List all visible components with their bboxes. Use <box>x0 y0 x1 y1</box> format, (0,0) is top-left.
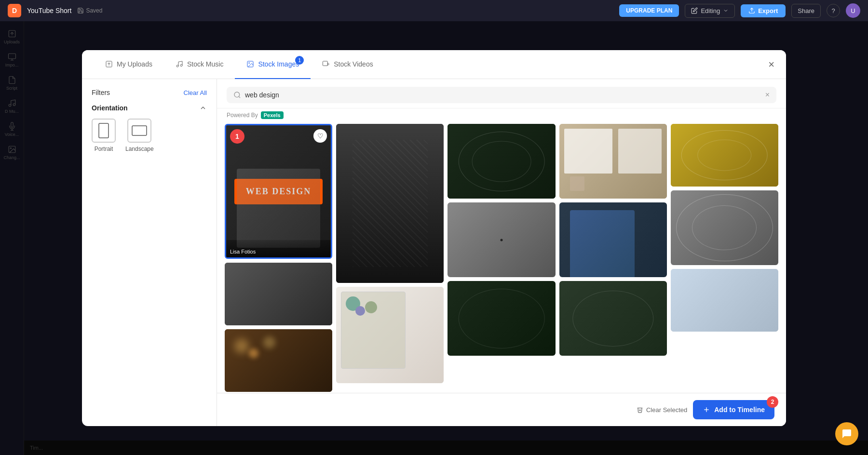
grid-item-6[interactable] <box>336 287 444 383</box>
grid-item-1-author: Lisa Fotios <box>226 239 331 257</box>
pexels-logo: Pexels <box>261 111 284 119</box>
modal-footer: Clear Selected Add to Timeline 2 <box>217 393 786 426</box>
svg-rect-21 <box>132 126 147 135</box>
export-button[interactable]: Export <box>741 4 786 17</box>
orientation-section: Orientation Portrait <box>92 104 207 152</box>
project-title: YouTube Short <box>27 7 71 14</box>
saved-status: Saved <box>77 7 102 14</box>
filters-clear-button[interactable]: Clear All <box>184 89 207 96</box>
tab-uploads[interactable]: My Uploads <box>94 50 164 79</box>
search-input-wrap: × <box>227 87 776 103</box>
modal-body: Filters Clear All Orientation Portrait <box>82 79 786 426</box>
grid-item-2[interactable] <box>336 124 444 283</box>
filters-title: Filters <box>92 89 110 96</box>
grid-col-4 <box>559 124 667 385</box>
grid-item-10[interactable] <box>448 281 555 356</box>
image-grid: WEB DESIGN 1 ♡ Lisa Fotios <box>217 124 786 393</box>
portrait-label: Portrait <box>95 146 113 152</box>
clear-selected-button[interactable]: Clear Selected <box>637 406 687 414</box>
editing-button[interactable]: Editing <box>685 4 735 18</box>
svg-line-23 <box>239 96 240 98</box>
search-bar: × <box>217 79 786 108</box>
chat-button[interactable] <box>835 422 858 445</box>
grid-item-1-like[interactable]: ♡ <box>313 129 327 143</box>
grid-item-4[interactable] <box>559 124 667 199</box>
orientation-title: Orientation <box>92 104 207 112</box>
tab-images-badge: 1 <box>295 56 304 65</box>
grid-item-5[interactable] <box>225 263 332 325</box>
landscape-label: Landscape <box>125 146 154 152</box>
share-button[interactable]: Share <box>791 4 821 18</box>
grid-item-blue[interactable] <box>671 269 778 332</box>
tab-videos[interactable]: Stock Videos <box>311 50 384 79</box>
help-button[interactable]: ? <box>827 4 840 17</box>
grid-item-gold[interactable] <box>671 124 778 187</box>
stock-images-modal: My Uploads Stock Music Stock Images 1 St… <box>82 50 786 426</box>
tab-music-label: Stock Music <box>187 60 223 68</box>
grid-col-3 <box>448 124 555 385</box>
svg-rect-18 <box>323 61 328 66</box>
top-bar: D YouTube Short Saved UPGRADE PLAN Editi… <box>0 0 868 21</box>
grid-item-9[interactable] <box>225 329 332 392</box>
powered-by: Powered By Pexels <box>217 108 786 124</box>
svg-point-17 <box>249 62 250 63</box>
search-input[interactable] <box>245 91 761 99</box>
tab-videos-label: Stock Videos <box>334 60 373 68</box>
avatar[interactable]: U <box>846 3 860 18</box>
chat-icon <box>841 428 853 440</box>
grid-item-s4[interactable] <box>671 190 778 265</box>
grid-item-11[interactable] <box>559 281 667 356</box>
upgrade-button[interactable]: UPGRADE PLAN <box>619 4 679 17</box>
tab-images[interactable]: Stock Images 1 <box>235 50 311 79</box>
add-to-timeline-button[interactable]: Add to Timeline 2 <box>693 400 774 419</box>
grid-item-3[interactable] <box>448 124 555 199</box>
svg-point-22 <box>234 92 240 97</box>
svg-rect-20 <box>99 123 108 138</box>
modal-tabs: My Uploads Stock Music Stock Images 1 St… <box>82 50 786 79</box>
grid-col-2 <box>336 124 444 385</box>
orientation-options: Portrait Landscape <box>92 119 207 152</box>
svg-point-15 <box>180 64 182 66</box>
tab-images-label: Stock Images <box>258 60 299 68</box>
modal-close-button[interactable]: × <box>768 58 774 71</box>
svg-marker-19 <box>328 63 329 65</box>
grid-col-5 <box>671 124 778 385</box>
filters-panel: Filters Clear All Orientation Portrait <box>82 79 217 426</box>
search-clear-button[interactable]: × <box>765 91 770 99</box>
grid-col-1: WEB DESIGN 1 ♡ Lisa Fotios <box>225 124 332 385</box>
filters-header: Filters Clear All <box>92 89 207 96</box>
svg-point-14 <box>176 65 178 67</box>
add-timeline-badge: 2 <box>767 396 778 408</box>
search-icon <box>233 91 241 99</box>
app-logo: D <box>8 4 21 17</box>
orientation-landscape[interactable]: Landscape <box>125 119 154 152</box>
grid-item-7[interactable] <box>448 202 555 277</box>
grid-item-8[interactable] <box>559 202 667 277</box>
orientation-portrait[interactable]: Portrait <box>92 119 116 152</box>
images-panel: × Powered By Pexels WEB DESIGN <box>217 79 786 426</box>
grid-columns: WEB DESIGN 1 ♡ Lisa Fotios <box>225 124 778 385</box>
grid-item-1-number: 1 <box>230 129 244 144</box>
tab-music[interactable]: Stock Music <box>164 50 235 79</box>
modal-backdrop: My Uploads Stock Music Stock Images 1 St… <box>0 21 868 455</box>
grid-item-1[interactable]: WEB DESIGN 1 ♡ Lisa Fotios <box>225 124 332 259</box>
tab-uploads-label: My Uploads <box>117 60 152 68</box>
